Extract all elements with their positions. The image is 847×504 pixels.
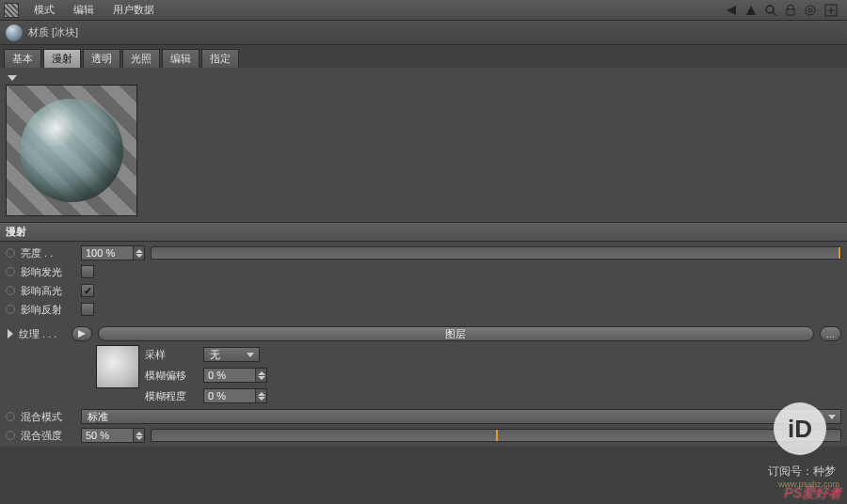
- brightness-field[interactable]: [82, 247, 133, 259]
- keyframe-dot[interactable]: [6, 286, 15, 295]
- material-preview[interactable]: [6, 85, 137, 216]
- section-header-diffuse: 漫射: [0, 222, 847, 242]
- menubar: 模式 编辑 用户数据: [0, 0, 847, 21]
- texture-thumbnail[interactable]: [96, 345, 139, 388]
- watermark-site: PS爱好者: [784, 485, 841, 502]
- affect-reflection-label: 影响反射: [21, 303, 75, 317]
- keyframe-dot[interactable]: [6, 248, 15, 258]
- svg-rect-4: [787, 9, 794, 15]
- menu-edit[interactable]: 编辑: [64, 3, 104, 17]
- watermark-badge: iD: [774, 402, 826, 455]
- expand-texture-icon[interactable]: [8, 329, 13, 339]
- material-sphere-icon: [6, 24, 23, 41]
- blend-strength-label: 混合强度: [21, 429, 75, 443]
- brightness-input[interactable]: [81, 245, 145, 260]
- blend-mode-dropdown[interactable]: 标准: [81, 409, 841, 424]
- svg-marker-0: [727, 6, 736, 15]
- affect-luminance-label: 影响发光: [21, 265, 75, 279]
- menu-mode[interactable]: 模式: [24, 3, 64, 17]
- sampling-label: 采样: [145, 348, 198, 362]
- keyframe-dot[interactable]: [6, 267, 15, 276]
- svg-line-3: [773, 12, 776, 16]
- keyframe-dot[interactable]: [6, 431, 15, 440]
- target-icon[interactable]: [804, 4, 817, 17]
- blend-strength-slider[interactable]: [151, 429, 841, 442]
- tab-bar: 基本 漫射 透明 光照 编辑 指定: [0, 45, 847, 68]
- lock-icon[interactable]: [785, 4, 796, 17]
- texture-label: 纹理 . . .: [19, 327, 66, 341]
- brightness-slider[interactable]: [151, 246, 841, 260]
- tab-basic[interactable]: 基本: [4, 49, 41, 68]
- nav-back-icon[interactable]: [725, 5, 738, 16]
- sampling-dropdown[interactable]: 无: [203, 347, 260, 362]
- svg-point-6: [808, 8, 812, 12]
- collapse-caret-icon[interactable]: [8, 75, 17, 81]
- material-title: 材质 [冰块]: [28, 25, 78, 39]
- blur-scale-label: 模糊程度: [145, 389, 198, 403]
- texture-layer-button[interactable]: 图层: [98, 326, 814, 341]
- nav-up-icon[interactable]: [745, 5, 757, 16]
- tab-transparency[interactable]: 透明: [83, 49, 120, 68]
- affect-specular-checkbox[interactable]: [81, 284, 94, 297]
- tab-editor[interactable]: 编辑: [162, 49, 200, 68]
- spinner-arrows-icon[interactable]: [133, 429, 144, 442]
- preview-sphere-icon: [20, 99, 123, 202]
- app-grid-icon[interactable]: [4, 3, 19, 18]
- title-bar: 材质 [冰块]: [0, 21, 847, 45]
- spinner-arrows-icon[interactable]: [133, 246, 144, 260]
- tab-diffuse[interactable]: 漫射: [43, 49, 81, 68]
- svg-point-5: [806, 6, 815, 15]
- affect-specular-label: 影响高光: [21, 284, 75, 298]
- preview-area: [0, 68, 847, 222]
- affect-reflection-checkbox[interactable]: [81, 303, 94, 316]
- brightness-label: 亮度 . .: [21, 246, 75, 260]
- spinner-arrows-icon[interactable]: [255, 369, 266, 382]
- new-tab-icon[interactable]: [824, 4, 838, 17]
- keyframe-dot[interactable]: [6, 412, 15, 421]
- affect-luminance-checkbox[interactable]: [81, 265, 94, 278]
- svg-marker-1: [746, 6, 756, 15]
- blend-strength-field[interactable]: [82, 430, 133, 441]
- svg-point-2: [766, 6, 774, 13]
- texture-play-button[interactable]: [72, 326, 92, 341]
- watermark-subscribe: 订阅号：种梦: [768, 464, 836, 480]
- blur-offset-input[interactable]: [203, 368, 267, 383]
- svg-marker-10: [78, 330, 86, 338]
- blur-scale-field[interactable]: [204, 390, 255, 402]
- keyframe-dot[interactable]: [6, 305, 15, 314]
- spinner-arrows-icon[interactable]: [255, 389, 266, 402]
- tab-assign[interactable]: 指定: [201, 49, 239, 68]
- blur-offset-label: 模糊偏移: [145, 369, 198, 383]
- menu-userdata[interactable]: 用户数据: [104, 3, 164, 17]
- texture-browse-button[interactable]: ...: [820, 326, 841, 341]
- blend-mode-label: 混合模式: [21, 410, 75, 424]
- tab-illumination[interactable]: 光照: [122, 49, 160, 68]
- blur-scale-input[interactable]: [203, 388, 267, 403]
- blur-offset-field[interactable]: [204, 370, 255, 381]
- blend-strength-input[interactable]: [81, 428, 145, 443]
- search-icon[interactable]: [764, 4, 777, 17]
